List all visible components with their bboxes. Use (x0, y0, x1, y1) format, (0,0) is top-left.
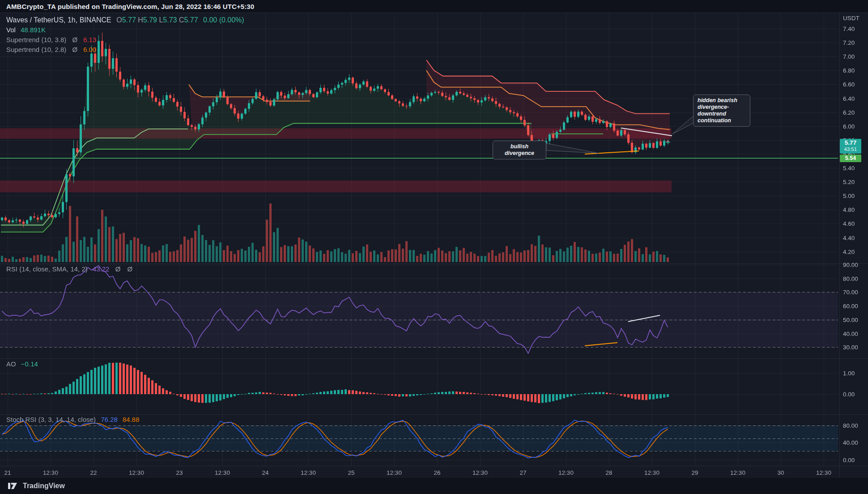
time-tick-label: 12:30 (43, 469, 58, 476)
axis-tick-label: 40.00 (843, 439, 858, 446)
axis-tick-label: 6.80 (843, 67, 855, 74)
axis-tick-label: 80.00 (843, 275, 858, 282)
ohlc-key: C (179, 16, 184, 24)
ohlc-value: 5.77 (122, 16, 138, 24)
axis-tick-label: 40.00 (843, 330, 858, 337)
time-tick-label: 12:30 (644, 469, 660, 476)
axis-tick-label: 5.40 (843, 165, 855, 172)
ohlc-value: 5.73 (163, 16, 179, 24)
last-price-value: 5.77 (840, 139, 861, 146)
axis-tick-label: USDT (843, 15, 859, 21)
ohlc-key: O (116, 16, 122, 24)
axis-tick-label: 0.00 (843, 391, 855, 398)
stoch-k-value: 76.28 (101, 416, 118, 423)
axis-tick-label: 30.00 (843, 344, 858, 351)
supertrend1-legend-row: Supertrend (10, 3.8) Ø 6.13 (6, 36, 99, 43)
hidden-plot-icon: Ø (71, 46, 78, 53)
attribution-text: AMBCrypto_TA published on TradingView.co… (6, 3, 254, 10)
ohlc-value: 5.77 (184, 16, 200, 24)
time-tick-label: 12:30 (215, 469, 230, 476)
ao-legend-row: AO −0.14 (6, 360, 41, 368)
ohlc-value: 5.79 (143, 16, 159, 24)
axis-tick-label: 80.00 (843, 422, 858, 429)
axis-tick-label: 4.40 (843, 234, 855, 241)
change-value: 0.00 (0.00%) (203, 16, 244, 24)
axis-tick-label: 6.60 (843, 81, 855, 88)
ohlc-key: L (159, 16, 163, 24)
callout-hidden-bearish-divergence[interactable]: hidden bearish divergence- downtrend con… (693, 95, 750, 127)
footer-bar: TradingView (0, 478, 868, 494)
time-tick-label: 12:30 (301, 469, 316, 476)
ohlc-values: O5.77 H5.79 L5.73 C5.77 (116, 16, 200, 24)
ao-value: −0.14 (21, 360, 38, 368)
footer-brand: TradingView (23, 482, 65, 490)
volume-value: 48.891K (21, 26, 46, 34)
symbol-title: Waves / TetherUS, 1h, BINANCE (6, 16, 111, 24)
time-tick-label: 22 (90, 469, 97, 476)
attribution-bar: AMBCrypto_TA published on TradingView.co… (0, 0, 868, 13)
time-tick-label: 12:30 (472, 469, 488, 476)
supertrend2-value: 6.00 (83, 46, 96, 53)
time-tick-label: 12:30 (129, 469, 144, 476)
time-tick-label: 28 (605, 469, 612, 476)
ohlc-key: H (138, 16, 143, 24)
time-tick-label: 21 (4, 469, 11, 476)
supertrend2-label: Supertrend (10, 2.8) (6, 46, 66, 53)
stoch-label: Stoch RSI (3, 3, 14, 14, close) (6, 416, 96, 423)
volume-label: Vol (6, 26, 16, 34)
axis-tick-label: 7.20 (843, 39, 855, 46)
axis-tick-label: 6.00 (843, 123, 855, 129)
callout-bullish-divergence[interactable]: bullish divergence (493, 141, 546, 159)
axis-tick-label: 70.00 (843, 289, 858, 296)
bar-countdown: 43:51 (840, 146, 861, 152)
volume-legend-row: Vol 48.891K (6, 26, 49, 34)
axis-tick-label: 5.20 (843, 179, 855, 185)
time-tick-label: 12:30 (387, 469, 402, 476)
axis-tick-label: 90.00 (843, 262, 858, 268)
rsi-label: RSI (14, close, SMA, 14, 2) (6, 265, 88, 273)
supertrend1-value: 6.13 (83, 36, 96, 43)
last-price-label: 5.77 43:51 (840, 139, 861, 154)
time-tick-label: 12:30 (816, 469, 831, 476)
time-tick-label: 24 (262, 469, 268, 476)
time-tick-label: 12:30 (558, 469, 574, 476)
axis-tick-label: 1.00 (843, 370, 855, 377)
time-tick-label: 12:30 (730, 469, 745, 476)
supertrend2-legend-row: Supertrend (10, 2.8) Ø 6.00 (6, 46, 99, 53)
stoch-d-value: 84.88 (123, 416, 140, 423)
time-tick-label: 26 (434, 469, 440, 476)
time-tick-label: 27 (519, 469, 526, 476)
axis-tick-label: 7.00 (843, 53, 855, 60)
alert-price-value: 5.54 (845, 155, 856, 161)
supertrend1-label: Supertrend (10, 3.8) (6, 36, 66, 43)
axis-tick-label: 4.20 (843, 248, 855, 255)
axis-tick-label: 4.80 (843, 206, 855, 213)
symbol-legend-row: Waves / TetherUS, 1h, BINANCE O5.77 H5.7… (6, 16, 247, 24)
axis-tick-label: 7.40 (843, 26, 855, 32)
hidden-plot-icon: Ø (126, 265, 133, 273)
axis-tick-label: 4.60 (843, 220, 855, 227)
tradingview-logo-icon (7, 481, 19, 490)
axis-tick-label: 5.00 (843, 193, 855, 199)
axis-tick-label: 60.00 (843, 303, 858, 309)
time-tick-label: 25 (348, 469, 354, 476)
time-tick-label: 29 (691, 469, 698, 476)
axis-tick-label: 0.00 (843, 456, 855, 463)
axis-tick-label: 6.40 (843, 95, 855, 102)
ao-label: AO (6, 360, 16, 368)
rsi-value: 43.22 (93, 265, 110, 273)
tradingview-snapshot: AMBCrypto_TA published on TradingView.co… (0, 0, 868, 494)
hidden-plot-icon: Ø (115, 265, 122, 273)
hidden-plot-icon: Ø (71, 36, 78, 43)
alert-price-label: 5.54 (840, 155, 861, 162)
axis-tick-label: 6.20 (843, 109, 855, 116)
time-tick-label: 30 (777, 469, 784, 476)
time-tick-label: 23 (176, 469, 183, 476)
rsi-legend-row: RSI (14, close, SMA, 14, 2) 43.22 Ø Ø (6, 265, 136, 273)
stoch-legend-row: Stoch RSI (3, 3, 14, 14, close) 76.28 84… (6, 416, 143, 423)
axis-tick-label: 50.00 (843, 316, 858, 323)
